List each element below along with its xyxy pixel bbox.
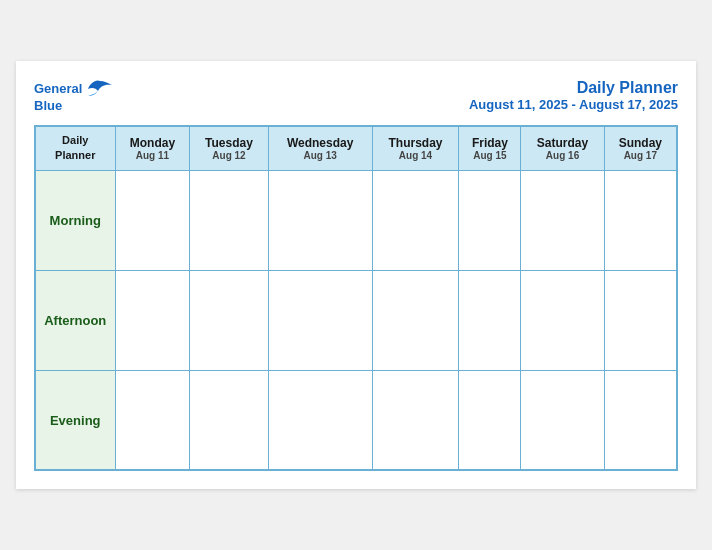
planner-table: Daily Planner Monday Aug 11 Tuesday Aug …: [34, 125, 678, 471]
row-evening: Evening: [35, 370, 677, 470]
cell-afternoon-saturday[interactable]: [521, 270, 604, 370]
header-friday: Friday Aug 15: [459, 126, 521, 170]
cell-morning-tuesday[interactable]: [190, 170, 268, 270]
cell-evening-saturday[interactable]: [521, 370, 604, 470]
cell-evening-sunday[interactable]: [604, 370, 677, 470]
cell-evening-thursday[interactable]: [372, 370, 459, 470]
row-label-morning: Morning: [35, 170, 115, 270]
planner-container: General Blue Daily Planner August 11, 20…: [16, 61, 696, 490]
row-afternoon: Afternoon: [35, 270, 677, 370]
cell-evening-tuesday[interactable]: [190, 370, 268, 470]
header-row: Daily Planner Monday Aug 11 Tuesday Aug …: [35, 126, 677, 170]
cell-afternoon-monday[interactable]: [115, 270, 190, 370]
cell-afternoon-tuesday[interactable]: [190, 270, 268, 370]
cell-afternoon-thursday[interactable]: [372, 270, 459, 370]
logo-general: General: [34, 81, 82, 96]
cell-morning-thursday[interactable]: [372, 170, 459, 270]
row-morning: Morning: [35, 170, 677, 270]
header-wednesday: Wednesday Aug 13: [268, 126, 372, 170]
cell-morning-friday[interactable]: [459, 170, 521, 270]
header-thursday: Thursday Aug 14: [372, 126, 459, 170]
header: General Blue Daily Planner August 11, 20…: [34, 79, 678, 113]
title-area: Daily Planner August 11, 2025 - August 1…: [469, 79, 678, 112]
cell-morning-monday[interactable]: [115, 170, 190, 270]
main-title: Daily Planner: [469, 79, 678, 97]
header-cell-label: Daily Planner: [35, 126, 115, 170]
cell-evening-monday[interactable]: [115, 370, 190, 470]
cell-morning-wednesday[interactable]: [268, 170, 372, 270]
cell-afternoon-wednesday[interactable]: [268, 270, 372, 370]
header-sunday: Sunday Aug 17: [604, 126, 677, 170]
row-label-evening: Evening: [35, 370, 115, 470]
logo-area: General Blue: [34, 79, 114, 113]
cell-morning-saturday[interactable]: [521, 170, 604, 270]
cell-afternoon-sunday[interactable]: [604, 270, 677, 370]
header-tuesday: Tuesday Aug 12: [190, 126, 268, 170]
table-body: Morning Afternoon Evening: [35, 170, 677, 470]
header-monday: Monday Aug 11: [115, 126, 190, 170]
cell-evening-friday[interactable]: [459, 370, 521, 470]
row-label-afternoon: Afternoon: [35, 270, 115, 370]
table-header: Daily Planner Monday Aug 11 Tuesday Aug …: [35, 126, 677, 170]
cell-evening-wednesday[interactable]: [268, 370, 372, 470]
logo-blue: Blue: [34, 99, 62, 113]
date-range: August 11, 2025 - August 17, 2025: [469, 97, 678, 112]
logo-text: General: [34, 82, 82, 96]
cell-afternoon-friday[interactable]: [459, 270, 521, 370]
cell-morning-sunday[interactable]: [604, 170, 677, 270]
logo-bird-icon: [86, 79, 114, 99]
header-saturday: Saturday Aug 16: [521, 126, 604, 170]
